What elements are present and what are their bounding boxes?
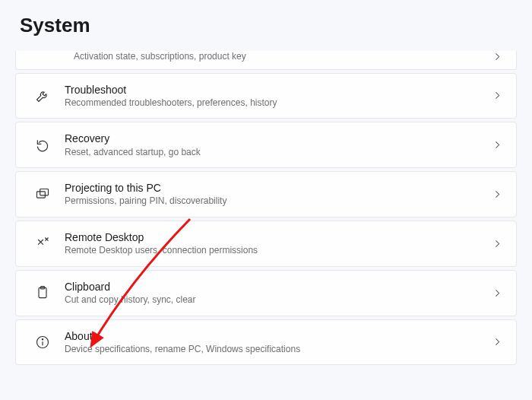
card-subtitle: Permissions, pairing PIN, discoverabilit…: [65, 195, 478, 208]
card-title: About: [65, 329, 478, 343]
card-subtitle: Device specifications, rename PC, Window…: [65, 344, 478, 356]
card-subtitle: Remote Desktop users, connection permiss…: [65, 245, 478, 257]
remote-desktop-icon: [34, 235, 51, 252]
card-subtitle: Recommended troubleshooters, preferences…: [65, 97, 478, 110]
card-activation[interactable]: Activation state, subscriptions, product…: [15, 51, 517, 70]
chevron-right-icon: [492, 52, 502, 62]
svg-rect-1: [40, 189, 49, 195]
card-subtitle: Cut and copy history, sync, clear: [65, 294, 478, 306]
chevron-right-icon: [492, 238, 502, 249]
chevron-right-icon: [492, 337, 502, 348]
info-icon: [34, 334, 51, 351]
projecting-icon: [34, 186, 51, 203]
chevron-right-icon: [492, 140, 502, 151]
card-title: Clipboard: [65, 280, 478, 294]
settings-list: Activation state, subscriptions, product…: [0, 51, 532, 365]
card-troubleshoot[interactable]: Troubleshoot Recommended troubleshooters…: [15, 73, 517, 119]
page-title: System: [0, 0, 532, 51]
clipboard-icon: [34, 284, 51, 301]
card-about[interactable]: About Device specifications, rename PC, …: [15, 319, 517, 366]
card-subtitle: Reset, advanced startup, go back: [65, 147, 478, 159]
chevron-right-icon: [492, 287, 502, 298]
card-title: Recovery: [65, 132, 478, 145]
card-title: Troubleshoot: [65, 83, 478, 97]
card-clipboard[interactable]: Clipboard Cut and copy history, sync, cl…: [15, 270, 517, 316]
chevron-right-icon: [492, 189, 502, 200]
card-projecting[interactable]: Projecting to this PC Permissions, pairi…: [15, 171, 517, 217]
card-title: Remote Desktop: [65, 230, 478, 244]
chevron-right-icon: [492, 90, 502, 101]
card-subtitle: Activation state, subscriptions, product…: [74, 51, 478, 63]
card-title: Projecting to this PC: [65, 181, 478, 195]
card-remote-desktop[interactable]: Remote Desktop Remote Desktop users, con…: [15, 221, 517, 267]
wrench-icon: [34, 87, 51, 104]
recovery-icon: [34, 137, 51, 154]
card-recovery[interactable]: Recovery Reset, advanced startup, go bac…: [15, 122, 517, 168]
svg-rect-0: [37, 191, 46, 197]
svg-point-6: [42, 338, 43, 339]
